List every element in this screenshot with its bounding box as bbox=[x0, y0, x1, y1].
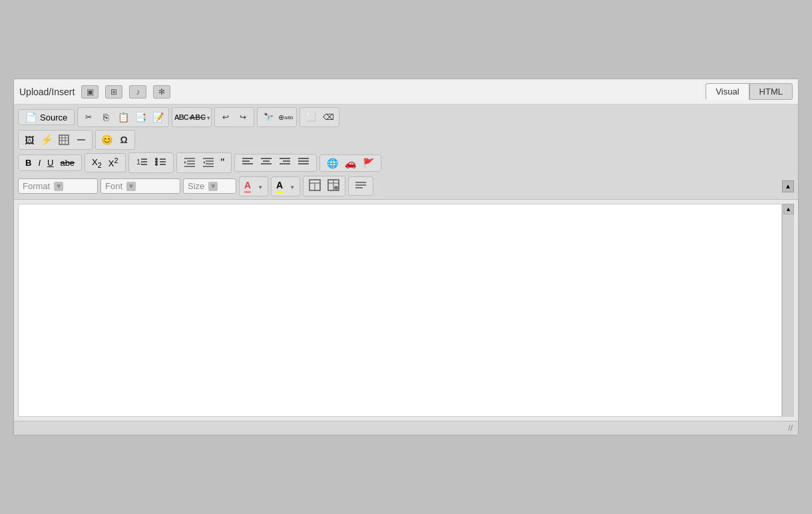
redo-icon[interactable]: ↪ bbox=[235, 109, 251, 125]
select-group: ⬜ ⌫ bbox=[300, 107, 339, 127]
status-bar: // bbox=[14, 421, 798, 435]
smiley-icon[interactable]: 😊 bbox=[99, 132, 114, 148]
font-dropdown[interactable]: Font ▼ bbox=[101, 178, 180, 194]
source-label: Source bbox=[40, 113, 67, 123]
align-left-button[interactable] bbox=[239, 156, 256, 170]
unordered-list-button[interactable] bbox=[152, 154, 169, 171]
align-center-button[interactable] bbox=[258, 156, 275, 170]
find-group: 🔭 ⊕aäb bbox=[257, 107, 297, 127]
superscript-button[interactable]: X2 bbox=[106, 155, 121, 170]
paste-word-icon[interactable]: 📝 bbox=[150, 109, 166, 125]
replace-icon[interactable]: ⊕aäb bbox=[278, 109, 294, 125]
paste-icon[interactable]: 📋 bbox=[115, 109, 131, 125]
italic-button[interactable]: I bbox=[35, 156, 43, 169]
svg-point-11 bbox=[155, 160, 158, 163]
paragraph-style-button[interactable] bbox=[351, 178, 370, 194]
bold-button[interactable]: B bbox=[23, 156, 34, 169]
inline-format-group: B I U abe bbox=[18, 154, 82, 171]
spellcheck-dropdown[interactable]: ABC bbox=[192, 109, 208, 125]
toolbar-row-2: 🖼 ⚡ 😊 Ω bbox=[18, 130, 794, 150]
toolbar-scroll-up[interactable]: ▲ bbox=[782, 180, 794, 192]
svg-marker-25 bbox=[203, 161, 205, 164]
select-all-icon[interactable]: ⬜ bbox=[303, 109, 319, 125]
content-area: ▲ bbox=[14, 200, 798, 421]
ordered-list-button[interactable]: 1. bbox=[133, 154, 150, 171]
outdent-button[interactable] bbox=[200, 154, 217, 171]
svg-point-44 bbox=[334, 186, 338, 190]
insert-image-icon[interactable]: ▣ bbox=[81, 85, 99, 99]
paragraph-group bbox=[348, 176, 373, 196]
toolbar-area: 📄 Source ✂ ⎘ 📋 📑 📝 ABC✓ ABC bbox=[14, 105, 798, 200]
font-color-button[interactable]: A bbox=[242, 178, 254, 194]
special-group: 😊 Ω bbox=[95, 130, 135, 150]
subscript-button[interactable]: X2 bbox=[89, 156, 104, 170]
svg-marker-20 bbox=[184, 161, 186, 164]
flash-icon[interactable]: ⚡ bbox=[39, 132, 55, 148]
history-group: ↩ ↪ bbox=[214, 107, 254, 127]
svg-rect-5 bbox=[77, 139, 85, 140]
list-group: 1. bbox=[128, 152, 174, 173]
insert-table-button[interactable] bbox=[306, 178, 323, 194]
strikethrough-button[interactable]: abe bbox=[57, 156, 77, 169]
script-group: X2 X2 bbox=[85, 153, 125, 172]
vertical-scrollbar[interactable]: ▲ bbox=[782, 204, 794, 417]
scissors-icon[interactable]: ✂ bbox=[81, 109, 97, 125]
highlight-dropdown[interactable] bbox=[287, 180, 298, 192]
scroll-up-arrow[interactable]: ▲ bbox=[783, 204, 794, 214]
top-bar-left: Upload/Insert ▣ ⊞ ♪ ✻ bbox=[19, 85, 170, 99]
link-icon[interactable]: 🌐 bbox=[324, 156, 341, 170]
highlight-color-group: A bbox=[271, 176, 300, 196]
size-arrow-icon: ▼ bbox=[208, 182, 218, 191]
remove-format-icon[interactable]: ⌫ bbox=[320, 109, 336, 125]
paste-text-icon[interactable]: 📑 bbox=[132, 109, 148, 125]
insert-plugin-icon[interactable]: ✻ bbox=[153, 85, 170, 99]
underline-button[interactable]: U bbox=[45, 156, 56, 169]
align-right-button[interactable] bbox=[276, 156, 294, 170]
size-dropdown[interactable]: Size ▼ bbox=[183, 178, 236, 194]
font-arrow-icon: ▼ bbox=[126, 182, 136, 191]
editor-container: Upload/Insert ▣ ⊞ ♪ ✻ Visual HTML 📄 Sour… bbox=[13, 79, 799, 435]
special-chars-icon[interactable]: Ω bbox=[116, 132, 132, 148]
editor-body[interactable] bbox=[18, 204, 782, 417]
format-label: Format bbox=[23, 181, 50, 191]
highlight-button[interactable]: A bbox=[274, 178, 286, 194]
size-label: Size bbox=[188, 181, 204, 191]
undo-icon[interactable]: ↩ bbox=[218, 109, 234, 125]
edit-group: ✂ ⎘ 📋 📑 📝 bbox=[77, 107, 169, 127]
blockquote-button[interactable]: " bbox=[218, 156, 228, 170]
insert-audio-icon[interactable]: ♪ bbox=[129, 85, 146, 99]
upload-insert-label: Upload/Insert bbox=[19, 87, 75, 97]
insert-gallery-icon[interactable]: ⊞ bbox=[105, 85, 122, 99]
table-icon[interactable] bbox=[56, 132, 72, 148]
tab-group: Visual HTML bbox=[706, 83, 793, 100]
top-bar: Upload/Insert ▣ ⊞ ♪ ✻ Visual HTML bbox=[14, 79, 798, 105]
find-icon[interactable]: 🔭 bbox=[260, 109, 276, 125]
svg-point-12 bbox=[155, 163, 158, 166]
hr-icon[interactable] bbox=[73, 132, 89, 148]
table-props-button[interactable] bbox=[325, 178, 342, 194]
align-group bbox=[234, 154, 317, 172]
image-icon[interactable]: 🖼 bbox=[21, 132, 37, 148]
justify-button[interactable] bbox=[295, 156, 312, 170]
toolbar-row-1: 📄 Source ✂ ⎘ 📋 📑 📝 ABC✓ ABC bbox=[18, 107, 794, 127]
source-button[interactable]: 📄 Source bbox=[18, 109, 75, 125]
abc-group: ABC✓ ABC bbox=[172, 107, 212, 127]
format-dropdown[interactable]: Format ▼ bbox=[18, 178, 98, 194]
link-group: 🌐 🚗 🚩 bbox=[319, 154, 381, 172]
toolbar-row-4: Format ▼ Font ▼ Size ▼ A bbox=[18, 176, 794, 196]
tab-html[interactable]: HTML bbox=[749, 83, 793, 100]
font-color-group: A bbox=[239, 176, 268, 196]
media-group: 🖼 ⚡ bbox=[18, 130, 93, 150]
spellcheck-icon[interactable]: ABC✓ bbox=[175, 109, 191, 125]
tab-visual[interactable]: Visual bbox=[706, 83, 749, 100]
indent-button[interactable] bbox=[181, 154, 198, 171]
format-arrow-icon: ▼ bbox=[54, 182, 63, 191]
extra-tools-group bbox=[303, 176, 345, 196]
svg-point-10 bbox=[155, 158, 158, 160]
copy-icon[interactable]: ⎘ bbox=[98, 109, 114, 125]
anchor-icon[interactable]: 🚩 bbox=[360, 156, 377, 170]
resize-handle[interactable]: // bbox=[788, 423, 793, 433]
font-color-dropdown[interactable] bbox=[255, 180, 266, 192]
unlink-icon[interactable]: 🚗 bbox=[342, 156, 359, 170]
svg-rect-0 bbox=[59, 135, 69, 144]
